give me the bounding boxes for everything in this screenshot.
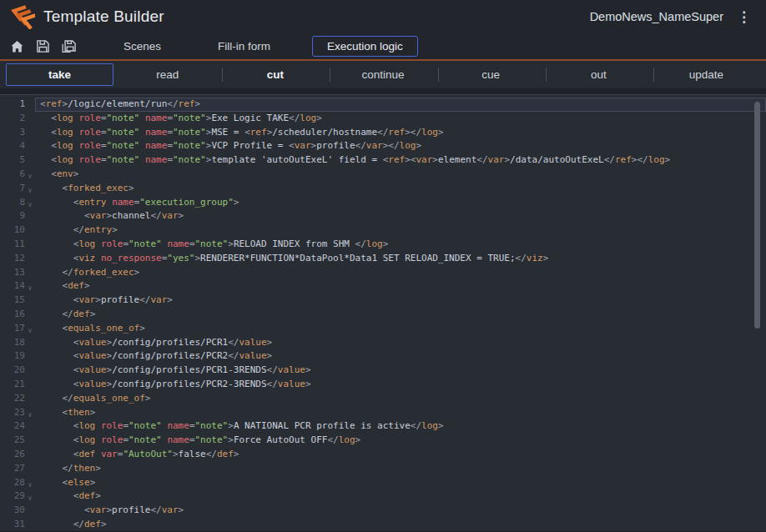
line-number: 27	[0, 462, 25, 476]
code-line[interactable]: 7∨ <forked_exec>	[0, 182, 766, 196]
fold-gutter	[25, 310, 35, 324]
line-number: 12	[0, 252, 25, 266]
app-logo-icon	[7, 4, 35, 29]
toolbar-tab-execution-logic[interactable]: Execution logic	[312, 36, 418, 57]
logic-tab-continue[interactable]: continue	[329, 63, 436, 86]
code-text: <value>/config/profiles/PCR2</value>	[35, 349, 766, 364]
save-all-icon[interactable]	[60, 39, 77, 54]
line-number: 24	[0, 419, 25, 434]
line-number: 29	[0, 489, 25, 504]
code-line[interactable]: 21 <value>/config/profiles/PCR2-3RENDS</…	[0, 378, 766, 392]
home-icon[interactable]	[8, 39, 25, 54]
fold-gutter	[25, 156, 35, 170]
code-line[interactable]: 20 <value>/config/profiles/PCR1-3RENDS</…	[0, 364, 766, 378]
code-line[interactable]: 2 <log role="note" name="note">Exe Logic…	[0, 112, 766, 126]
code-line[interactable]: 17∨ <equals_one_of>	[0, 322, 766, 336]
code-text: <viz no_response="yes">RENDERER*FUNCTION…	[35, 252, 766, 266]
logic-tab-cue[interactable]: cue	[437, 63, 545, 86]
code-line[interactable]: 23∨ <then>	[0, 406, 766, 420]
code-editor[interactable]: 1<ref>/logic/element/run</ref>2 <log rol…	[0, 95, 766, 531]
code-line[interactable]: 4 <log role="note" name="note">VCP Profi…	[0, 139, 766, 153]
fold-gutter	[25, 226, 35, 240]
fold-gutter	[25, 142, 35, 156]
fold-gutter	[25, 422, 35, 436]
code-line[interactable]: 18 <value>/config/profiles/PCR1</value>	[0, 336, 766, 350]
logic-tab-out[interactable]: out	[545, 63, 653, 86]
line-number: 19	[0, 349, 25, 364]
code-line[interactable]: 5 <log role="note" name="note">template …	[0, 153, 766, 168]
kebab-menu-icon[interactable]: ⋮	[732, 10, 756, 24]
code-line[interactable]: 24 <log role="note" name="note">A NATION…	[0, 419, 766, 434]
code-line[interactable]: 16 </def>	[0, 308, 766, 322]
line-number: 30	[0, 504, 25, 518]
code-text: <value>/config/profiles/PCR1</value>	[35, 336, 766, 350]
fold-gutter	[25, 394, 35, 409]
logic-tab-read[interactable]: read	[113, 63, 221, 86]
code-line[interactable]: 30 <var>profile</var>	[0, 504, 766, 518]
line-number: 31	[0, 518, 25, 531]
code-text: <log role="note" name="note">VCP Profile…	[35, 139, 766, 153]
code-line[interactable]: 15 <var>profile</var>	[0, 294, 766, 308]
line-number: 9	[0, 209, 25, 223]
fold-chevron-icon[interactable]: ∨	[25, 492, 35, 506]
code-line[interactable]: 29∨ <def>	[0, 489, 766, 504]
toolbar: ScenesFill-in formExecution logic	[0, 33, 766, 59]
code-line[interactable]: 3 <log role="note" name="note">MSE = <re…	[0, 126, 766, 140]
toolbar-tab-scenes[interactable]: Scenes	[108, 36, 176, 57]
code-line[interactable]: 31 </def>	[0, 518, 766, 531]
code-text: <then>	[35, 406, 766, 420]
code-line[interactable]: 1<ref>/logic/element/run</ref>	[0, 98, 766, 112]
toolbar-tab-fill-in-form[interactable]: Fill-in form	[203, 36, 285, 57]
code-line[interactable]: 9 <var>channel</var>	[0, 209, 766, 223]
code-text: <value>/config/profiles/PCR1-3RENDS</val…	[35, 364, 766, 378]
fold-gutter	[25, 339, 35, 353]
code-text: </then>	[35, 462, 766, 476]
fold-chevron-icon[interactable]: ∨	[25, 184, 35, 198]
line-number: 11	[0, 238, 25, 252]
code-line[interactable]: 11 <log role="note" name="note">RELOAD I…	[0, 238, 766, 252]
project-name-label: DemoNews_NameSuper	[590, 10, 723, 23]
code-text: </equals_one_of>	[35, 392, 766, 406]
fold-chevron-icon[interactable]: ∨	[25, 409, 35, 423]
code-line[interactable]: 6∨ <env>	[0, 168, 766, 182]
fold-gutter	[25, 254, 35, 269]
code-text: <log role="note" name="note">Force AutoO…	[35, 434, 766, 448]
line-number: 3	[0, 126, 25, 140]
logic-tab-update[interactable]: update	[653, 63, 760, 86]
code-line[interactable]: 14∨ <def>	[0, 279, 766, 294]
code-line[interactable]: 22 </equals_one_of>	[0, 392, 766, 406]
code-line[interactable]: 10 </entry>	[0, 223, 766, 238]
fold-chevron-icon[interactable]: ∨	[25, 170, 35, 184]
line-number: 16	[0, 308, 25, 322]
fold-gutter	[25, 352, 35, 366]
code-text: <log role="note" name="note">Exe Logic T…	[35, 112, 766, 126]
line-number: 1	[0, 98, 25, 112]
code-line[interactable]: 27 </then>	[0, 462, 766, 476]
fold-chevron-icon[interactable]: ∨	[25, 282, 35, 296]
code-line[interactable]: 12 <viz no_response="yes">RENDERER*FUNCT…	[0, 252, 766, 266]
code-line[interactable]: 28∨ <else>	[0, 476, 766, 490]
code-text: <def var="AutoOut">false</def>	[35, 448, 766, 462]
code-line[interactable]: 19 <value>/config/profiles/PCR2</value>	[0, 349, 766, 364]
fold-chevron-icon[interactable]: ∨	[25, 479, 35, 493]
fold-gutter	[25, 450, 35, 464]
logic-tab-cut[interactable]: cut	[221, 63, 329, 86]
code-line[interactable]: 8∨ <entry name="execution_group">	[0, 196, 766, 210]
line-number: 10	[0, 223, 25, 238]
fold-chevron-icon[interactable]: ∨	[25, 198, 35, 213]
vertical-scrollbar-thumb[interactable]	[754, 102, 760, 329]
logic-tab-bar: takereadcutcontinuecueoutupdate	[0, 61, 766, 88]
fold-gutter	[25, 100, 35, 114]
fold-gutter	[25, 520, 35, 531]
code-line[interactable]: 13 </forked_exec>	[0, 266, 766, 280]
code-line[interactable]: 25 <log role="note" name="note">Force Au…	[0, 434, 766, 448]
line-number: 7	[0, 182, 25, 196]
app-header: Template Builder DemoNews_NameSuper ⋮	[0, 0, 766, 33]
code-text: <log role="note" name="note">MSE = <ref>…	[35, 126, 766, 140]
fold-gutter	[25, 240, 35, 254]
fold-chevron-icon[interactable]: ∨	[25, 324, 35, 339]
code-line[interactable]: 26 <def var="AutoOut">false</def>	[0, 448, 766, 462]
code-text: <log role="note" name="note">RELOAD INDE…	[35, 238, 766, 252]
save-icon[interactable]	[34, 39, 51, 54]
logic-tab-take[interactable]: take	[6, 63, 113, 86]
